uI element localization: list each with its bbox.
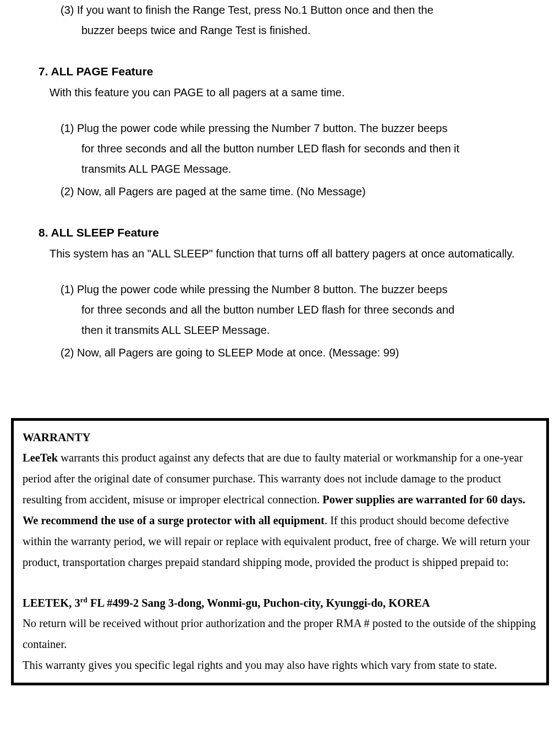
instruction-text: Plug the power code while pressing the N… (77, 283, 447, 295)
instruction-text: Plug the power code while pressing the N… (77, 122, 447, 134)
instruction-num: (2) (61, 182, 74, 202)
section-7: 7. ALL PAGE Feature With this feature yo… (11, 65, 549, 202)
section-7-item-1: (1) Plug the power code while pressing t… (61, 118, 516, 179)
document-page: (3) If you want to finish the Range Test… (0, 0, 560, 707)
section-7-item-2: (2) Now, all Pagers are paged at the sam… (61, 182, 516, 202)
instruction-num: (3) (61, 0, 74, 20)
warranty-para-1: LeeTek warrants this product against any… (23, 448, 537, 573)
instruction-num: (2) (61, 343, 74, 363)
section-8: 8. ALL SLEEP Feature This system has an … (11, 226, 549, 363)
section-8-item-2: (2) Now, all Pagers are going to SLEEP M… (61, 343, 516, 363)
top-instructions: (3) If you want to finish the Range Test… (11, 0, 549, 41)
section-8-instructions: (1) Plug the power code while pressing t… (11, 279, 549, 363)
instruction-text-cont: buzzer beeps twice and Range Test is fin… (61, 20, 516, 41)
section-8-item-1: (1) Plug the power code while pressing t… (61, 279, 516, 340)
instruction-num: (1) (61, 118, 74, 139)
address-sup: rd (80, 596, 87, 604)
instruction-text-cont: then it transmits ALL SLEEP Message. (61, 320, 516, 340)
warranty-para-2: No return will be received without prior… (23, 613, 537, 655)
instruction-text-cont: for three seconds and all the button num… (61, 300, 516, 320)
warranty-para-3: This warranty gives you specific legal r… (23, 655, 537, 676)
address-post: FL #499-2 Sang 3-dong, Wonmi-gu, Puchon-… (87, 597, 430, 609)
warranty-address: LEETEK, 3rd FL #499-2 Sang 3-dong, Wonmi… (23, 593, 537, 614)
instruction-text-cont: for three seconds and all the button num… (61, 139, 516, 159)
instruction-text: Now, all Pagers are paged at the same ti… (77, 185, 366, 197)
instruction-num: (1) (61, 279, 74, 300)
section-7-heading: 7. ALL PAGE Feature (11, 65, 549, 78)
instruction-text-cont: transmits ALL PAGE Message. (61, 159, 516, 179)
section-7-instructions: (1) Plug the power code while pressing t… (11, 118, 549, 202)
section-8-intro: This system has an "ALL SLEEP" function … (11, 244, 549, 264)
instruction-text: Now, all Pagers are going to SLEEP Mode … (77, 347, 399, 359)
warranty-company: LeeTek (23, 452, 58, 464)
instruction-text: If you want to finish the Range Test, pr… (77, 4, 433, 16)
instruction-3: (3) If you want to finish the Range Test… (61, 0, 516, 41)
section-8-heading: 8. ALL SLEEP Feature (11, 226, 549, 239)
warranty-box: WARRANTY LeeTek warrants this product ag… (11, 418, 549, 685)
address-pre: LEETEK, 3 (23, 597, 80, 609)
section-7-intro: With this feature you can PAGE to all pa… (11, 83, 549, 103)
warranty-title: WARRANTY (23, 431, 537, 444)
